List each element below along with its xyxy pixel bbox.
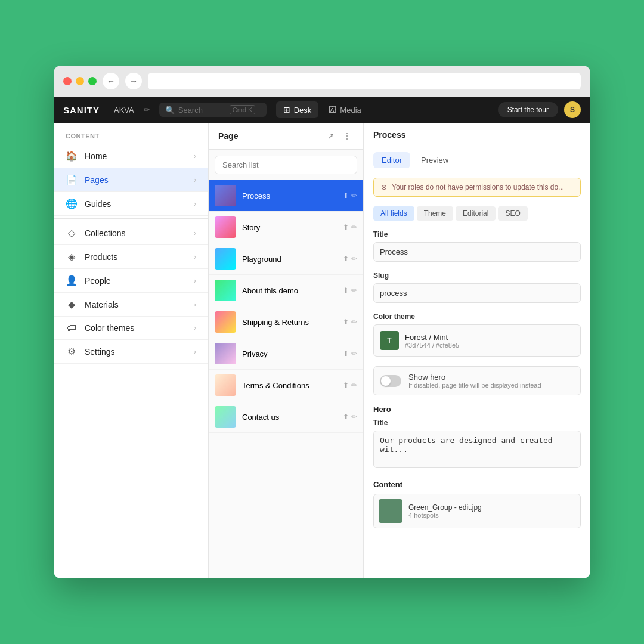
chevron-right-icon: ›	[194, 176, 196, 184]
editor-title: Process	[373, 130, 405, 140]
page-item-story[interactable]: Story ⬆ ✏	[209, 212, 363, 243]
show-hero-label: Show hero	[408, 373, 541, 382]
editor-panel: Process Editor Preview ⊗ Your roles do n…	[364, 123, 590, 578]
back-button[interactable]: ←	[103, 73, 119, 89]
sidebar-item-people-label: People	[85, 276, 111, 286]
warning-banner: ⊗ Your roles do not have permissions to …	[373, 178, 581, 197]
show-hero-desc: If disabled, page title will be displaye…	[408, 382, 541, 389]
tab-preview-label: Preview	[421, 156, 448, 165]
show-hero-toggle[interactable]	[380, 375, 401, 387]
sidebar-item-pages[interactable]: 📄 Pages ›	[54, 168, 208, 192]
hero-section-title: Hero	[373, 405, 581, 414]
more-options-icon[interactable]: ⋮	[340, 130, 354, 142]
field-tab-theme-label: Theme	[424, 209, 446, 218]
close-button[interactable]	[63, 77, 72, 85]
page-item-actions: ⬆ ✏	[343, 286, 357, 295]
people-icon: 👤	[66, 275, 78, 286]
field-tab-editorial[interactable]: Editorial	[456, 206, 496, 221]
tab-desk-label: Desk	[294, 106, 312, 114]
topbar-tabs: ⊞ Desk 🖼 Media	[276, 101, 488, 118]
tab-desk[interactable]: ⊞ Desk	[276, 101, 319, 118]
search-list-input[interactable]	[215, 156, 357, 174]
color-themes-icon: 🏷	[66, 323, 78, 333]
page-item-contact[interactable]: Contact us ⬆ ✏	[209, 401, 363, 433]
edit-icon[interactable]: ✏	[351, 318, 357, 326]
page-item-process[interactable]: Process ⬆ ✏	[209, 180, 363, 212]
minimize-button[interactable]	[76, 77, 84, 85]
page-item-privacy[interactable]: Privacy ⬆ ✏	[209, 338, 363, 370]
page-item-about[interactable]: About this demo ⬆ ✏	[209, 275, 363, 306]
pin-icon[interactable]: ⬆	[343, 381, 349, 389]
search-input[interactable]	[178, 106, 226, 114]
sidebar-item-materials[interactable]: ◆ Materials ›	[54, 293, 208, 317]
slug-input[interactable]	[373, 283, 581, 303]
guides-icon: 🌐	[66, 198, 78, 209]
fullscreen-button[interactable]	[88, 77, 97, 85]
pin-icon[interactable]: ⬆	[343, 413, 349, 421]
title-input[interactable]	[373, 242, 581, 262]
page-thumb-playground	[215, 248, 236, 270]
sidebar-item-settings-label: Settings	[85, 347, 115, 357]
desk-icon: ⊞	[283, 105, 290, 114]
edit-icon[interactable]: ✏	[351, 191, 357, 200]
pin-icon[interactable]: ⬆	[343, 191, 349, 200]
edit-icon[interactable]: ✏	[351, 223, 357, 231]
chevron-right-icon: ›	[194, 253, 196, 261]
search-bar[interactable]: 🔍 Cmd K	[159, 103, 267, 117]
edit-icon[interactable]: ✏	[351, 413, 357, 421]
start-tour-button[interactable]: Start the tour	[498, 102, 558, 117]
slug-field: Slug	[373, 271, 581, 303]
field-tab-seo[interactable]: SEO	[498, 206, 527, 221]
sidebar-item-settings[interactable]: ⚙ Settings ›	[54, 340, 208, 364]
field-tab-all-fields[interactable]: All fields	[373, 206, 414, 221]
page-item-actions: ⬆ ✏	[343, 349, 357, 358]
page-item-playground[interactable]: Playground ⬆ ✏	[209, 243, 363, 275]
url-bar[interactable]	[148, 73, 581, 89]
content-image-card[interactable]: Green_Group - edit.jpg 4 hotspots	[373, 494, 581, 528]
search-icon: 🔍	[165, 106, 175, 114]
sidebar-item-people[interactable]: 👤 People ›	[54, 269, 208, 293]
sidebar-item-collections[interactable]: ◇ Collections ›	[54, 221, 208, 245]
pin-icon[interactable]: ⬆	[343, 255, 349, 263]
edit-workspace-icon[interactable]: ✏	[144, 106, 150, 114]
edit-icon[interactable]: ✏	[351, 349, 357, 358]
forward-button[interactable]: →	[125, 73, 142, 89]
sidebar-item-home-label: Home	[85, 151, 107, 161]
edit-icon[interactable]: ✏	[351, 286, 357, 295]
materials-icon: ◆	[66, 299, 78, 310]
pin-icon[interactable]: ⬆	[343, 286, 349, 295]
page-label-process: Process	[242, 191, 337, 200]
field-tab-seo-label: SEO	[505, 209, 520, 218]
content-image-meta: 4 hotspots	[408, 512, 482, 519]
tab-editor[interactable]: Editor	[373, 152, 410, 168]
field-tab-all-fields-label: All fields	[380, 209, 407, 218]
sidebar-item-home[interactable]: 🏠 Home ›	[54, 144, 208, 168]
color-theme-hex: #3d7544 / #cfe8e5	[405, 342, 459, 349]
color-theme-picker[interactable]: T Forest / Mint #3d7544 / #cfe8e5	[373, 324, 581, 357]
title-label: Title	[373, 230, 581, 239]
open-icon[interactable]: ↗	[325, 130, 337, 142]
page-thumb-story	[215, 216, 236, 238]
sidebar-item-guides[interactable]: 🌐 Guides ›	[54, 192, 208, 216]
edit-icon[interactable]: ✏	[351, 381, 357, 389]
page-thumb-about	[215, 280, 236, 301]
pin-icon[interactable]: ⬆	[343, 349, 349, 358]
edit-icon[interactable]: ✏	[351, 255, 357, 263]
traffic-lights	[63, 77, 97, 85]
page-thumb-process	[215, 185, 236, 206]
page-thumb-terms	[215, 374, 236, 396]
pin-icon[interactable]: ⬆	[343, 223, 349, 231]
sidebar-item-color-themes[interactable]: 🏷 Color themes ›	[54, 317, 208, 340]
page-item-terms[interactable]: Terms & Conditions ⬆ ✏	[209, 370, 363, 401]
field-tab-theme[interactable]: Theme	[417, 206, 453, 221]
page-item-shipping[interactable]: Shipping & Returns ⬆ ✏	[209, 306, 363, 338]
page-label-shipping: Shipping & Returns	[242, 318, 337, 327]
hero-title-input[interactable]: Our products are designed and created wi…	[373, 431, 581, 468]
editor-body: ⊗ Your roles do not have permissions to …	[364, 168, 590, 578]
sidebar-item-products[interactable]: ◈ Products ›	[54, 245, 208, 269]
home-icon: 🏠	[66, 150, 78, 162]
tab-media[interactable]: 🖼 Media	[321, 101, 368, 118]
collections-icon: ◇	[66, 227, 78, 239]
tab-preview[interactable]: Preview	[413, 152, 457, 168]
pin-icon[interactable]: ⬆	[343, 318, 349, 326]
